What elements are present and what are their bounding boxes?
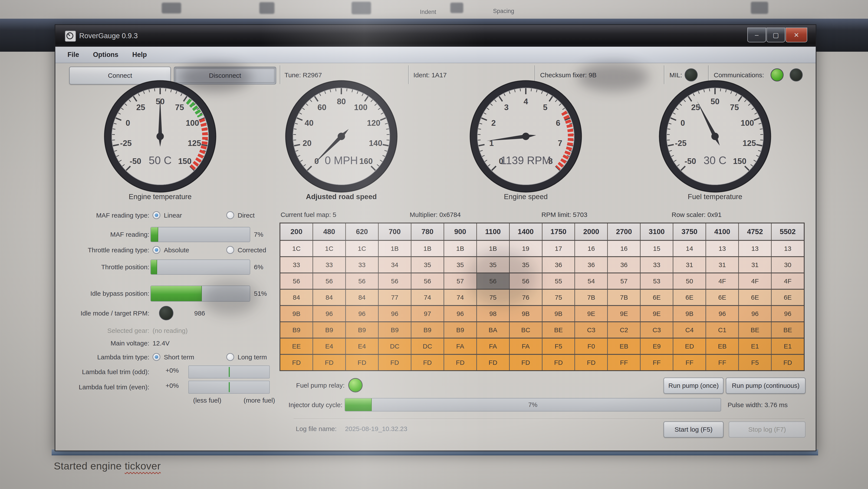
svg-text:4: 4: [524, 97, 528, 106]
fuel-map-cell: 31: [673, 257, 706, 272]
fuel-map-cell: 30: [772, 257, 804, 272]
fuel-map-cell: 56: [379, 274, 411, 289]
fuel-map-header-row: 2004806207007809001100140017502000270031…: [280, 224, 804, 241]
close-button[interactable]: ✕: [785, 28, 807, 42]
fuel-map-cell: BE: [542, 322, 575, 338]
fuel-map-cell: 36: [575, 257, 608, 272]
fuel-map-row: FDFDFDFDFDFDFDFDFDFDFFFFFFFFF5FD: [280, 355, 804, 370]
svg-text:0 MPH: 0 MPH: [325, 154, 358, 167]
maf-reading-bar: [150, 227, 250, 242]
throttle-absolute-radio-label[interactable]: Absolute: [164, 246, 189, 254]
svg-text:75: 75: [175, 103, 184, 112]
fuel-map-cell: 17: [542, 241, 575, 256]
fuel-map-cell: 96: [444, 306, 477, 321]
fuel-map-cell: 13: [772, 241, 804, 256]
fuel-map-cell: FA: [477, 339, 510, 354]
fuel-map-cell: FD: [444, 355, 477, 370]
fuel-map-cell: B9: [444, 322, 477, 338]
lambda-long-term-radio-label[interactable]: Long term: [238, 353, 267, 361]
fuel-map-cell: 96: [313, 306, 346, 321]
lambda-long-term-radio[interactable]: [226, 353, 234, 361]
idle-bypass-position-value: 51%: [254, 289, 267, 298]
fuel-map-cell: 33: [641, 257, 673, 272]
throttle-absolute-radio[interactable]: [153, 246, 160, 254]
lambda-fuel-trim-even-slider: [188, 381, 270, 394]
background-toolbar-icon: [351, 2, 371, 14]
fuel-map-cell: DC: [411, 339, 444, 354]
run-pump-continuous-button[interactable]: Run pump (continuous): [726, 378, 806, 394]
fuel-map-cell: 9B: [673, 306, 706, 321]
menu-file[interactable]: File: [67, 51, 79, 59]
fuel-map-cell: EE: [280, 339, 313, 354]
fuel-map-cell: 6E: [673, 290, 706, 305]
maf-reading-type-label: MAF reading type:: [60, 211, 149, 220]
target-rpm-value: 986: [194, 309, 205, 318]
fuel-map-cell: 13: [706, 241, 739, 256]
selected-gear-value: (no reading): [153, 326, 188, 335]
fuel-map-column-header: 480: [313, 224, 346, 240]
lambda-fuel-trim-odd-value: +0%: [165, 366, 179, 375]
svg-text:7: 7: [558, 139, 562, 148]
fuel-map-cell: 35: [510, 257, 542, 272]
fuel-map-cell: 9B: [510, 306, 542, 321]
background-ribbon: Indent Spacing: [0, 0, 868, 19]
maximize-button[interactable]: ▢: [767, 28, 785, 42]
minimize-button[interactable]: –: [747, 28, 766, 42]
fuel-map-cell: B9: [280, 322, 313, 338]
lambda-fuel-trim-odd-label: Lambda fuel trim (odd):: [60, 367, 149, 376]
title-bar: RoverGauge 0.9.3 – ▢ ✕: [55, 25, 816, 47]
fuel-map-cell: FD: [575, 355, 608, 370]
fuel-map-cell: FD: [379, 355, 411, 370]
fuel-map-column-header: 1400: [510, 224, 542, 240]
maf-direct-radio[interactable]: [226, 211, 234, 219]
window-title: RoverGauge 0.9.3: [79, 32, 138, 40]
throttle-position-value: 6%: [254, 262, 263, 271]
run-pump-once-button[interactable]: Run pump (once): [663, 378, 723, 394]
fuel-map-cell: F0: [575, 339, 608, 354]
maf-direct-radio-label[interactable]: Direct: [238, 211, 254, 219]
injector-duty-cycle-bar: 7%: [345, 398, 721, 411]
lambda-short-term-radio-label[interactable]: Short term: [164, 353, 194, 361]
fuel-map-cell: 31: [739, 257, 772, 272]
fuel-pump-relay-label: Fuel pump relay:: [279, 381, 345, 390]
adjusted-road-speed-gauge: 0204060801001201401600 MPH: [283, 78, 400, 195]
fuel-map-cell: 56: [510, 274, 542, 289]
fuel-map-cell: 4F: [772, 274, 804, 289]
multiplier-label: Multiplier: 0x6784: [410, 210, 461, 219]
throttle-corrected-radio-label[interactable]: Corrected: [238, 246, 266, 254]
maf-linear-radio-label[interactable]: Linear: [164, 211, 182, 219]
svg-text:80: 80: [337, 97, 346, 106]
fuel-map-column-header: 700: [379, 224, 411, 240]
fuel-map-cell: FD: [772, 355, 804, 370]
fuel-map-cell: 14: [673, 241, 706, 256]
stop-log-button[interactable]: Stop log (F7): [729, 422, 806, 437]
svg-text:-50: -50: [684, 157, 696, 166]
caption-text: Started enginetickover: [54, 460, 161, 472]
fuel-map-cell: 1C: [313, 241, 346, 256]
fuel-map-cell: 57: [608, 274, 641, 289]
fuel-map-cell: 74: [411, 290, 444, 305]
background-toolbar-icon: [162, 3, 181, 13]
maf-linear-radio[interactable]: [153, 211, 160, 219]
fuel-map-cell: 9E: [608, 306, 641, 321]
engine-speed-gauge: 0123456781139 RPM: [467, 78, 584, 195]
fuel-map-cell: B9: [346, 322, 379, 338]
fuel-map-cell: C1: [706, 322, 739, 338]
fuel-map-cell: 6E: [739, 290, 772, 305]
svg-text:40: 40: [305, 119, 314, 127]
fuel-map-cell: BE: [739, 322, 772, 338]
injector-duty-cycle-label: Injector duty cycle:: [277, 400, 342, 409]
fuel-temperature-gauge-label: Fuel temperature: [656, 193, 774, 201]
fuel-map-cell: FD: [280, 355, 313, 370]
svg-text:160: 160: [359, 157, 373, 166]
fuel-map-cell: FA: [444, 339, 477, 354]
fuel-map-column-header: 2000: [575, 224, 608, 240]
fuel-map-cell: F5: [542, 339, 575, 354]
fuel-pump-relay-led: [348, 378, 363, 392]
lambda-short-term-radio[interactable]: [153, 353, 160, 361]
menu-options[interactable]: Options: [93, 51, 118, 59]
start-log-button[interactable]: Start log (F5): [663, 422, 723, 437]
throttle-corrected-radio[interactable]: [226, 246, 234, 254]
menu-help[interactable]: Help: [132, 51, 147, 59]
idle-bypass-position-bar: [150, 286, 250, 301]
